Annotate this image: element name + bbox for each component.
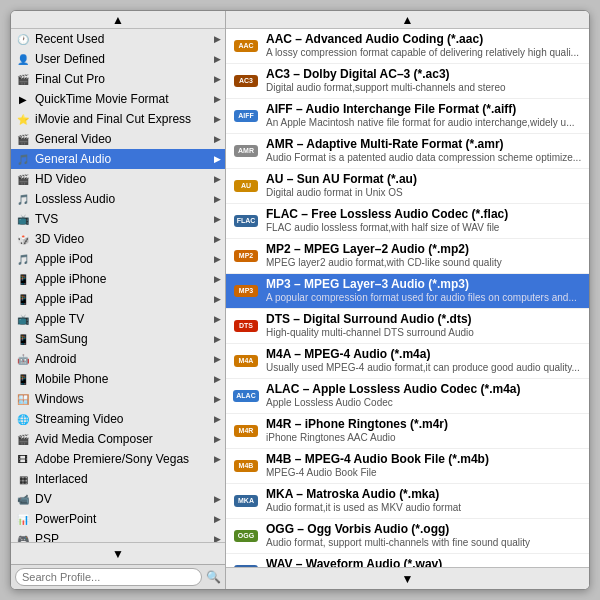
left-item-label: HD Video [35, 172, 212, 186]
left-item-general-audio[interactable]: 🎵 General Audio ▶ [11, 149, 225, 169]
left-item-user-defined[interactable]: 👤 User Defined ▶ [11, 49, 225, 69]
icon-audio: 🎵 [15, 191, 31, 207]
left-item-apple-iphone[interactable]: 📱 Apple iPhone ▶ [11, 269, 225, 289]
left-item-adobe-premiere[interactable]: 🎞 Adobe Premiere/Sony Vegas ▶ [11, 449, 225, 469]
icon-globe: 🌐 [15, 411, 31, 427]
left-item-psp[interactable]: 🎮 PSP ▶ [11, 529, 225, 542]
right-item-aac[interactable]: AACAAC – Advanced Audio Coding (*.aac)A … [226, 29, 589, 64]
icon-qt: ▶ [15, 91, 31, 107]
left-item-dv[interactable]: 📹 DV ▶ [11, 489, 225, 509]
right-item-dts[interactable]: DTSDTS – Digital Surround Audio (*.dts)H… [226, 309, 589, 344]
right-item-text-mp2: MP2 – MPEG Layer–2 Audio (*.mp2)MPEG lay… [266, 242, 502, 269]
right-item-m4b[interactable]: M4BM4B – MPEG-4 Audio Book File (*.m4b)M… [226, 449, 589, 484]
left-item-lossless-audio[interactable]: 🎵 Lossless Audio ▶ [11, 189, 225, 209]
icon-android: 🤖 [15, 351, 31, 367]
right-scroll-up-button[interactable]: ▲ [226, 11, 589, 29]
arrow-icon: ▶ [214, 354, 221, 364]
right-item-text-ogg: OGG – Ogg Vorbis Audio (*.ogg)Audio form… [266, 522, 530, 549]
right-item-desc-alac: Apple Lossless Audio Codec [266, 396, 521, 409]
left-item-label: General Video [35, 132, 212, 146]
left-item-label: DV [35, 492, 212, 506]
left-item-3d-video[interactable]: 🎲 3D Video ▶ [11, 229, 225, 249]
arrow-icon: ▶ [214, 274, 221, 284]
right-item-ogg[interactable]: OGGOGG – Ogg Vorbis Audio (*.ogg)Audio f… [226, 519, 589, 554]
search-input[interactable] [15, 568, 202, 586]
right-item-ac3[interactable]: AC3AC3 – Dolby Digital AC–3 (*.ac3)Digit… [226, 64, 589, 99]
left-item-powerpoint[interactable]: 📊 PowerPoint ▶ [11, 509, 225, 529]
left-item-quicktime[interactable]: ▶ QuickTime Movie Format ▶ [11, 89, 225, 109]
left-item-apple-ipad[interactable]: 📱 Apple iPad ▶ [11, 289, 225, 309]
right-item-text-wav: WAV – Waveform Audio (*.wav)Microsoft au… [266, 557, 574, 567]
format-icon-aiff: AIFF [232, 102, 260, 130]
left-item-final-cut-pro[interactable]: 🎬 Final Cut Pro ▶ [11, 69, 225, 89]
main-container: ▲ 🕐 Recent Used ▶ 👤 User Defined ▶ 🎬 Fin… [10, 10, 590, 590]
right-item-aiff[interactable]: AIFFAIFF – Audio Interchange File Format… [226, 99, 589, 134]
format-icon-wav: WAV [232, 557, 260, 567]
right-item-text-ac3: AC3 – Dolby Digital AC–3 (*.ac3)Digital … [266, 67, 506, 94]
arrow-icon: ▶ [214, 294, 221, 304]
right-item-au[interactable]: AUAU – Sun AU Format (*.au)Digital audio… [226, 169, 589, 204]
arrow-icon: ▶ [214, 34, 221, 44]
format-badge-dts: DTS [234, 320, 258, 332]
left-item-label: Apple iPod [35, 252, 212, 266]
arrow-icon: ▶ [214, 54, 221, 64]
left-item-mobile-phone[interactable]: 📱 Mobile Phone ▶ [11, 369, 225, 389]
right-item-mp2[interactable]: MP2MP2 – MPEG Layer–2 Audio (*.mp2)MPEG … [226, 239, 589, 274]
left-item-label: SamSung [35, 332, 212, 346]
icon-film: 🎬 [15, 131, 31, 147]
format-icon-mp3: MP3 [232, 277, 260, 305]
right-item-desc-aiff: An Apple Macintosh native file format fo… [266, 116, 575, 129]
left-list: 🕐 Recent Used ▶ 👤 User Defined ▶ 🎬 Final… [11, 29, 225, 542]
left-item-label: Recent Used [35, 32, 212, 46]
right-item-m4r[interactable]: M4RM4R – iPhone Ringtones (*.m4r)iPhone … [226, 414, 589, 449]
right-item-desc-mka: Audio format,it is used as MKV audio for… [266, 501, 461, 514]
right-item-desc-m4b: MPEG-4 Audio Book File [266, 466, 489, 479]
format-badge-amr: AMR [234, 145, 258, 157]
right-item-alac[interactable]: ALACALAC – Apple Lossless Audio Codec (*… [226, 379, 589, 414]
left-item-android[interactable]: 🤖 Android ▶ [11, 349, 225, 369]
left-item-recent-used[interactable]: 🕐 Recent Used ▶ [11, 29, 225, 49]
left-item-samsung[interactable]: 📱 SamSung ▶ [11, 329, 225, 349]
left-item-label: Final Cut Pro [35, 72, 212, 86]
left-item-label: Adobe Premiere/Sony Vegas [35, 452, 212, 466]
right-item-mp3[interactable]: MP3MP3 – MPEG Layer–3 Audio (*.mp3)A pop… [226, 274, 589, 309]
left-item-imovie[interactable]: ⭐ iMovie and Final Cut Express ▶ [11, 109, 225, 129]
right-item-m4a[interactable]: M4AM4A – MPEG-4 Audio (*.m4a)Usually use… [226, 344, 589, 379]
left-item-apple-tv[interactable]: 📺 Apple TV ▶ [11, 309, 225, 329]
left-scroll-down-button[interactable]: ▼ [11, 542, 225, 564]
right-item-amr[interactable]: AMRAMR – Adaptive Multi-Rate Format (*.a… [226, 134, 589, 169]
left-item-tvs[interactable]: 📺 TVS ▶ [11, 209, 225, 229]
right-item-flac[interactable]: FLACFLAC – Free Lossless Audio Codec (*.… [226, 204, 589, 239]
left-item-label: Interlaced [35, 472, 221, 486]
right-item-wav[interactable]: WAVWAV – Waveform Audio (*.wav)Microsoft… [226, 554, 589, 567]
format-badge-au: AU [234, 180, 258, 192]
left-item-label: Apple TV [35, 312, 212, 326]
arrow-icon: ▶ [214, 454, 221, 464]
left-item-apple-ipod[interactable]: 🎵 Apple iPod ▶ [11, 249, 225, 269]
left-item-label: iMovie and Final Cut Express [35, 112, 212, 126]
arrow-icon: ▶ [214, 94, 221, 104]
right-item-text-m4b: M4B – MPEG-4 Audio Book File (*.m4b)MPEG… [266, 452, 489, 479]
right-item-mka[interactable]: MKAMKA – Matroska Audio (*.mka)Audio for… [226, 484, 589, 519]
format-badge-flac: FLAC [234, 215, 259, 227]
right-item-desc-flac: FLAC audio lossless format,with half siz… [266, 221, 508, 234]
right-item-desc-au: Digital audio format in Unix OS [266, 186, 417, 199]
arrow-icon: ▶ [214, 434, 221, 444]
format-icon-aac: AAC [232, 32, 260, 60]
right-scroll-down-button[interactable]: ▼ [226, 567, 589, 589]
left-item-windows[interactable]: 🪟 Windows ▶ [11, 389, 225, 409]
search-icon[interactable]: 🔍 [205, 569, 221, 585]
left-item-avid-media[interactable]: 🎬 Avid Media Composer ▶ [11, 429, 225, 449]
chevron-down-icon: ▼ [112, 547, 124, 561]
left-item-general-video[interactable]: 🎬 General Video ▶ [11, 129, 225, 149]
left-item-label: PowerPoint [35, 512, 212, 526]
chevron-up-icon: ▲ [112, 13, 124, 27]
left-item-hd-video[interactable]: 🎬 HD Video ▶ [11, 169, 225, 189]
left-item-interlaced[interactable]: ▦ Interlaced [11, 469, 225, 489]
left-scroll-up-button[interactable]: ▲ [11, 11, 225, 29]
right-item-title-aac: AAC – Advanced Audio Coding (*.aac) [266, 32, 579, 46]
format-icon-flac: FLAC [232, 207, 260, 235]
left-item-label: QuickTime Movie Format [35, 92, 212, 106]
right-item-desc-dts: High-quality multi-channel DTS surround … [266, 326, 474, 339]
left-item-streaming-video[interactable]: 🌐 Streaming Video ▶ [11, 409, 225, 429]
